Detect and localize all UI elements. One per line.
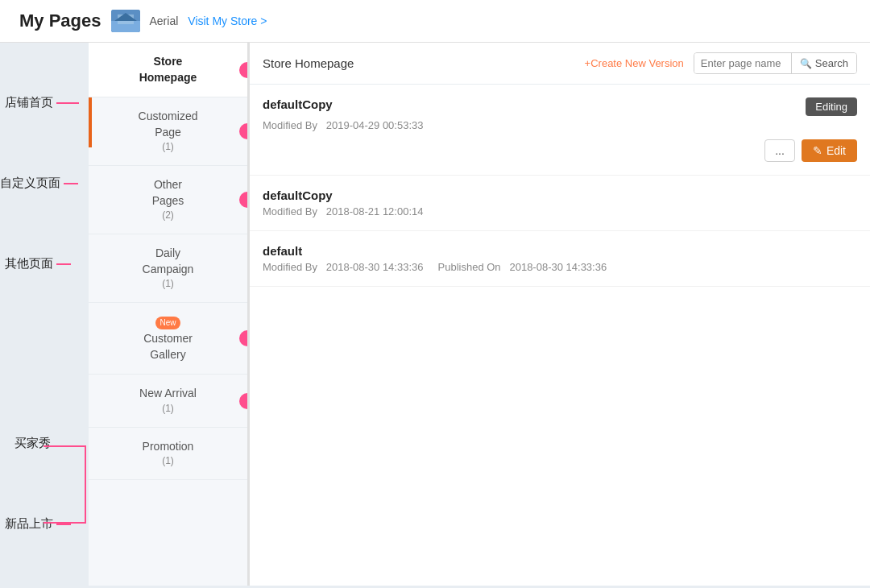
search-button[interactable]: 🔍 Search	[791, 53, 856, 73]
store-name: Aerial	[150, 14, 179, 27]
create-version-button[interactable]: +Create New Version	[585, 57, 684, 69]
label-buyer-text: 买家秀	[14, 436, 51, 451]
edit-icon-1: ✎	[813, 144, 822, 157]
page-record-1-top: defaultCopy Editing	[263, 97, 857, 116]
published-label-3: Published On	[438, 261, 501, 273]
label-customized-line	[64, 183, 78, 184]
page-record-2: defaultCopy Modified By 2018-08-21 12:00…	[250, 176, 870, 231]
label-newarrival-text: 新品上市	[5, 516, 53, 532]
sidebar-count-other-pages: (2)	[97, 209, 239, 222]
sidebar-label-new-arrival: New Arrival	[97, 386, 239, 402]
sidebar-count-new-arrival: (1)	[97, 402, 239, 416]
page-record-2-meta: Modified By 2018-08-21 12:00:14	[263, 205, 857, 217]
sidebar-label-customer-gallery: CustomerGallery	[97, 331, 239, 362]
search-input[interactable]	[694, 53, 791, 73]
label-newarrival: 新品上市	[5, 516, 71, 532]
label-customized: 自定义页面	[0, 176, 78, 191]
dot-customized-page	[239, 123, 250, 139]
page-record-3-top: default	[263, 244, 857, 258]
published-date-3: 2018-08-30 14:33:36	[509, 261, 607, 273]
page-record-1: defaultCopy Editing Modified By 2019-04-…	[250, 85, 870, 176]
store-image	[111, 10, 140, 32]
sidebar-count-promotion: (1)	[97, 454, 239, 468]
page-record-3: default Modified By 2018-08-30 14:33:36 …	[250, 231, 870, 287]
sidebar-item-daily-campaign[interactable]: DailyCampaign (1)	[89, 234, 247, 303]
dot-new-arrival	[239, 393, 250, 409]
label-store-line	[56, 102, 79, 104]
sidebar-item-new-arrival[interactable]: New Arrival (1)	[89, 375, 247, 427]
modified-label-2: Modified By	[263, 205, 317, 217]
label-other-line	[56, 263, 71, 265]
sidebar: StoreHomepage CustomizedPage (1) OtherPa…	[89, 43, 250, 586]
edit-label-1: Edit	[826, 144, 846, 157]
sidebar-label-customized-page: CustomizedPage	[97, 109, 239, 140]
edit-button-1[interactable]: ✎ Edit	[802, 139, 857, 162]
sidebar-item-store-homepage[interactable]: StoreHomepage	[89, 43, 247, 97]
new-badge-customer-gallery: New	[97, 314, 239, 331]
modified-date-3: 2018-08-30 14:33:36	[326, 261, 424, 273]
label-buyer: 买家秀	[14, 436, 54, 451]
label-customized-text: 自定义页面	[0, 176, 60, 191]
sidebar-label-store-homepage: StoreHomepage	[97, 54, 239, 85]
modified-date-2: 2018-08-21 12:00:14	[326, 205, 424, 217]
buyer-horiz-line-top	[44, 445, 86, 447]
newarrival-horiz-line	[44, 522, 86, 524]
page-record-1-name: defaultCopy	[263, 97, 333, 111]
sidebar-label-promotion: Promotion	[97, 439, 239, 455]
content-header: Store Homepage +Create New Version 🔍 Sea…	[250, 43, 870, 85]
page-record-2-top: defaultCopy	[263, 188, 857, 202]
sidebar-item-customer-gallery[interactable]: New CustomerGallery	[89, 303, 247, 375]
search-icon: 🔍	[800, 58, 812, 69]
label-store: 店铺首页	[5, 95, 79, 110]
main-layout: 店铺首页 自定义页面 其他页面 买家秀 新品上市	[0, 43, 870, 586]
sidebar-item-other-pages[interactable]: OtherPages (2)	[89, 166, 247, 234]
search-button-label: Search	[815, 57, 848, 69]
editing-badge: Editing	[806, 97, 857, 116]
dot-store-homepage	[239, 62, 250, 78]
page-record-3-meta: Modified By 2018-08-30 14:33:36 Publishe…	[263, 261, 857, 273]
page-record-1-meta: Modified By 2019-04-29 00:53:33	[263, 119, 857, 131]
sidebar-label-other-pages: OtherPages	[97, 177, 239, 209]
sidebar-count-daily-campaign: (1)	[97, 277, 239, 291]
labels-panel: 店铺首页 自定义页面 其他页面 买家秀 新品上市	[0, 43, 89, 586]
dot-customer-gallery	[239, 330, 250, 346]
page-header: My Pages Aerial Visit My Store >	[0, 0, 870, 43]
label-store-text: 店铺首页	[5, 95, 53, 110]
sidebar-item-promotion[interactable]: Promotion (1)	[89, 428, 247, 480]
content-section-title: Store Homepage	[263, 56, 354, 70]
modified-date-1: 2019-04-29 00:53:33	[326, 119, 424, 131]
label-other: 其他页面	[5, 256, 71, 271]
modified-label-1: Modified By	[263, 119, 317, 131]
sidebar-item-customized-page[interactable]: CustomizedPage (1)	[89, 97, 247, 166]
visit-store-link[interactable]: Visit My Store >	[188, 14, 267, 27]
label-other-text: 其他页面	[5, 256, 53, 271]
content-area: Store Homepage +Create New Version 🔍 Sea…	[250, 43, 870, 586]
page-record-1-actions: ... ✎ Edit	[263, 139, 857, 162]
page-title: My Pages	[19, 10, 102, 31]
page-record-3-name: default	[263, 244, 302, 258]
dot-other-pages	[239, 192, 250, 208]
buyer-vertical-line	[85, 445, 86, 522]
more-button-1[interactable]: ...	[764, 139, 795, 162]
sidebar-label-daily-campaign: DailyCampaign	[97, 246, 239, 277]
modified-label-3: Modified By	[263, 261, 317, 273]
sidebar-count-customized-page: (1)	[97, 140, 239, 154]
page-record-2-name: defaultCopy	[263, 188, 333, 202]
search-wrapper: 🔍 Search	[694, 52, 857, 74]
